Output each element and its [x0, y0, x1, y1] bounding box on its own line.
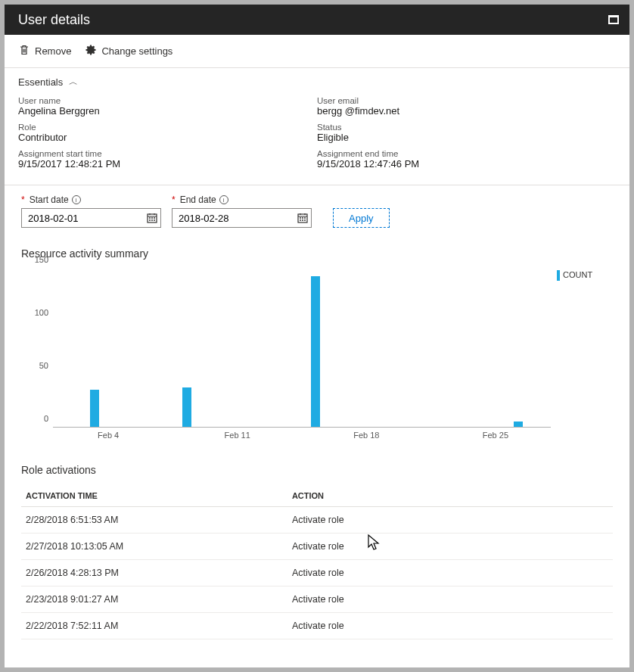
assignment-start-label: Assignment start time [18, 149, 317, 158]
y-tick-label: 150 [35, 255, 48, 264]
chevron-up-icon: ︿ [69, 76, 78, 89]
action-cell: Activate role [287, 613, 613, 639]
settings-label: Change settings [101, 45, 172, 57]
action-cell: Activate role [287, 586, 613, 613]
chart-bar[interactable] [90, 390, 99, 427]
resource-activity-chart: 050100150 Feb 4Feb 11Feb 18Feb 25 COUNT [5, 269, 629, 443]
action-cell: Activate role [287, 560, 613, 586]
table-row[interactable]: 2/23/2018 9:01:27 AMActivate role [21, 586, 613, 613]
x-tick-label: Feb 25 [483, 431, 508, 440]
x-tick-label: Feb 18 [353, 431, 379, 440]
status-value: Eligible [317, 132, 616, 143]
assignment-end-label: Assignment end time [317, 149, 616, 158]
col-action[interactable]: ACTION [287, 485, 613, 507]
titlebar: User details [5, 5, 629, 35]
calendar-icon[interactable] [146, 212, 158, 224]
trash-icon [18, 44, 30, 58]
remove-label: Remove [35, 45, 71, 57]
username-label: User name [18, 96, 317, 105]
email-label: User email [317, 96, 616, 105]
activation-time-cell: 2/23/2018 9:01:27 AM [21, 586, 287, 613]
legend-label: COUNT [563, 270, 592, 279]
start-date-input[interactable] [21, 208, 161, 228]
username-value: Angelina Berggren [18, 105, 317, 117]
activation-time-cell: 2/28/2018 6:51:53 AM [21, 507, 287, 534]
role-label: Role [18, 123, 317, 132]
assignment-start-value: 9/15/2017 12:48:21 PM [18, 158, 317, 170]
summary-title: Resource activity summary [5, 232, 629, 269]
role-activations-title: Role activations [5, 443, 629, 485]
table-row[interactable]: 2/26/2018 4:28:13 PMActivate role [21, 560, 613, 586]
remove-button[interactable]: Remove [18, 44, 71, 58]
action-cell: Activate role [287, 534, 613, 560]
start-date-label: Start date [30, 194, 69, 205]
gear-icon [85, 44, 97, 58]
change-settings-button[interactable]: Change settings [85, 44, 172, 58]
y-tick-label: 100 [35, 308, 48, 317]
chart-bar[interactable] [182, 387, 191, 427]
status-label: Status [317, 123, 616, 132]
legend-swatch [557, 270, 560, 281]
chart-legend: COUNT [557, 269, 617, 443]
table-row[interactable]: 2/22/2018 7:52:11 AMActivate role [21, 613, 613, 639]
activation-time-cell: 2/26/2018 4:28:13 PM [21, 560, 287, 586]
calendar-icon[interactable] [297, 212, 309, 224]
assignment-end-value: 9/15/2018 12:47:46 PM [317, 158, 616, 170]
window-title: User details [18, 12, 90, 28]
chart-bar[interactable] [514, 422, 523, 427]
end-date-input[interactable] [172, 208, 312, 228]
essentials-header-label: Essentials [18, 76, 63, 88]
activation-time-cell: 2/22/2018 7:52:11 AM [21, 613, 287, 639]
end-date-label: End date [180, 194, 216, 205]
role-value: Contributor [18, 132, 317, 143]
apply-button[interactable]: Apply [333, 208, 390, 228]
email-value: bergg @fimdev.net [317, 105, 616, 117]
y-tick-label: 0 [44, 414, 48, 423]
required-asterisk: * [21, 194, 25, 205]
info-icon[interactable]: i [72, 195, 81, 204]
table-row[interactable]: 2/27/2018 10:13:05 AMActivate role [21, 534, 613, 560]
y-tick-label: 50 [39, 361, 48, 370]
activation-time-cell: 2/27/2018 10:13:05 AM [21, 534, 287, 560]
col-activation-time[interactable]: ACTIVATION TIME [21, 485, 287, 507]
table-row[interactable]: 2/28/2018 6:51:53 AMActivate role [21, 507, 613, 534]
action-cell: Activate role [287, 507, 613, 534]
essentials-panel: User name Angelina Berggren Role Contrib… [5, 96, 629, 185]
role-activations-table: ACTIVATION TIME ACTION 2/28/2018 6:51:53… [21, 485, 613, 639]
essentials-toggle[interactable]: Essentials ︿ [5, 68, 629, 96]
info-icon[interactable]: i [219, 195, 228, 204]
required-asterisk: * [172, 194, 176, 205]
x-tick-label: Feb 4 [98, 431, 119, 440]
x-tick-label: Feb 11 [225, 431, 250, 440]
maximize-icon[interactable] [608, 15, 619, 24]
chart-bar[interactable] [311, 276, 320, 427]
